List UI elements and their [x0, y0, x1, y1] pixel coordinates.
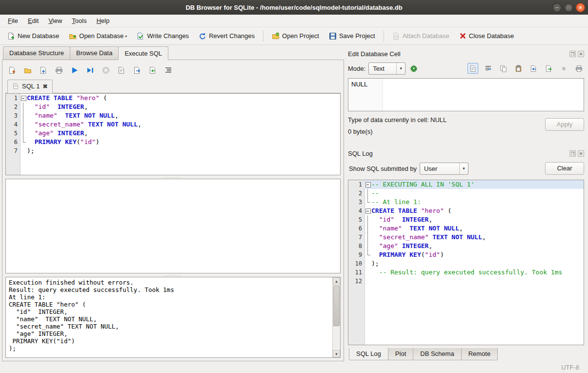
code-line: 2 "id" INTEGER,	[6, 103, 340, 111]
execute-sql-panel: SQL 1 ✖ 1CREATE TABLE "hero" (2 "id" INT…	[2, 60, 344, 361]
sql-doc-icon	[13, 83, 19, 89]
sql-doc-tab-close-icon[interactable]: ✖	[42, 83, 47, 90]
mode-combo[interactable]: Text ▼	[368, 62, 406, 75]
import-sql-icon	[149, 66, 157, 74]
close-database-label: Close Database	[469, 32, 514, 40]
cell-edit-icons	[467, 63, 584, 74]
scrollbar-track[interactable]	[333, 285, 340, 350]
print-cell-button[interactable]	[573, 63, 584, 74]
set-null-icon	[560, 65, 568, 72]
execute-current-line-button[interactable]	[84, 64, 96, 76]
open-project-button[interactable]: Open Project	[267, 30, 324, 42]
menu-file[interactable]: File	[3, 15, 23, 26]
import-sql-button[interactable]	[147, 64, 159, 76]
new-database-button[interactable]: New Database	[3, 30, 63, 42]
execution-log[interactable]: Execution finished without errors. Resul…	[5, 277, 341, 358]
menu-view[interactable]: View	[43, 15, 67, 26]
execution-log-scrollbar[interactable]: ▲ ▼	[332, 277, 340, 357]
word-wrap-button[interactable]	[483, 63, 493, 74]
toolbar-separator	[263, 31, 264, 41]
code-line: 7);	[6, 146, 340, 155]
status-bar: UTF-8	[0, 361, 588, 373]
edit-cell-header: Edit Database Cell ❐ ✕	[348, 48, 584, 60]
mode-combo-value: Text	[369, 65, 388, 72]
write-changes-button[interactable]: Write Changes	[132, 30, 193, 42]
save-sql-file-button[interactable]	[38, 64, 49, 76]
tab-database-structure[interactable]: Database Structure	[3, 46, 70, 60]
encoding-indicator[interactable]: UTF-8	[561, 364, 579, 371]
open-sql-file-icon	[24, 66, 32, 74]
menu-edit[interactable]: Edit	[23, 15, 43, 26]
paste-cell-button[interactable]	[513, 63, 524, 74]
menu-help[interactable]: Help	[92, 15, 115, 26]
minimize-icon[interactable]: ─	[552, 3, 562, 12]
bottom-tab-bar: SQL Log Plot DB Schema Remote	[348, 348, 584, 361]
revert-changes-button[interactable]: Revert Changes	[194, 30, 259, 42]
open-database-button[interactable]: Open Database ▾	[64, 30, 131, 42]
code-line: 12	[348, 277, 584, 286]
scroll-down-icon[interactable]: ▼	[333, 350, 340, 357]
attach-database-button: Attach Database	[388, 30, 454, 42]
sql-log-controls: Show SQL submitted by User ▼ Clear	[348, 161, 584, 176]
revert-changes-icon	[199, 32, 206, 40]
set-null-button[interactable]	[558, 63, 569, 74]
import-cell-button[interactable]	[528, 63, 539, 74]
execution-log-text: Execution finished without errors. Resul…	[6, 277, 340, 353]
float-dock-icon[interactable]: ❐	[569, 51, 576, 57]
title-bar[interactable]: DB Browser for SQLite - /home/user/code/…	[0, 0, 588, 15]
splitter-handle[interactable]: ·······	[5, 273, 341, 277]
new-database-icon	[7, 32, 15, 40]
format-sql-button[interactable]	[162, 64, 174, 76]
code-line: 5 "id" INTEGER,	[348, 215, 584, 224]
open-database-dropdown-icon[interactable]: ▾	[125, 34, 127, 40]
save-project-label: Save Project	[339, 32, 375, 40]
sql-doc-tab[interactable]: SQL 1 ✖	[7, 80, 53, 93]
scroll-up-icon[interactable]: ▲	[333, 277, 340, 285]
save-project-button[interactable]: Save Project	[324, 30, 380, 42]
paste-icon	[515, 65, 522, 72]
menu-tools[interactable]: Tools	[67, 15, 91, 26]
import-data-button[interactable]	[408, 63, 419, 74]
tab-sql-log[interactable]: SQL Log	[349, 348, 388, 360]
open-project-label: Open Project	[282, 32, 319, 40]
close-dock-icon[interactable]: ✕	[578, 51, 584, 57]
maximize-icon[interactable]: □	[564, 3, 573, 12]
chevron-down-icon: ▼	[459, 163, 468, 174]
tab-db-schema[interactable]: DB Schema	[413, 348, 461, 360]
close-database-button[interactable]: Close Database	[455, 30, 519, 42]
tab-browse-data[interactable]: Browse Data	[70, 46, 119, 60]
import-cell-icon	[530, 65, 537, 72]
tab-execute-sql[interactable]: Execute SQL	[118, 46, 168, 60]
save-project-icon	[329, 32, 337, 40]
scrollbar-thumb[interactable]	[333, 286, 340, 326]
sql-log-editor[interactable]: 1-- EXECUTING ALL IN 'SQL 1'2--3-- At li…	[348, 180, 584, 345]
tab-plot[interactable]: Plot	[388, 348, 413, 360]
execute-all-button[interactable]	[69, 64, 81, 76]
left-pane: Database Structure Browse Data Execute S…	[0, 45, 344, 361]
sql-editor[interactable]: 1CREATE TABLE "hero" (2 "id" INTEGER,3 "…	[5, 93, 341, 175]
float-dock-icon[interactable]: ❐	[569, 150, 576, 157]
submitted-by-combo[interactable]: User ▼	[420, 163, 468, 175]
copy-cell-button[interactable]	[498, 63, 508, 74]
clear-log-button[interactable]: Clear	[545, 162, 584, 175]
tab-remote[interactable]: Remote	[461, 348, 498, 360]
save-results-button[interactable]	[131, 64, 143, 76]
results-grid[interactable]	[5, 179, 341, 273]
export-cell-button[interactable]	[543, 63, 554, 74]
close-dock-icon[interactable]: ✕	[578, 150, 584, 157]
stop-icon	[102, 66, 110, 74]
export-results-button[interactable]	[116, 64, 127, 76]
main-tab-bar: Database Structure Browse Data Execute S…	[2, 46, 344, 60]
open-sql-file-button[interactable]	[22, 64, 34, 76]
code-line: 6 "name" TEXT NOT NULL,	[348, 224, 584, 233]
cell-value-editor[interactable]: NULL	[348, 78, 584, 111]
print-sql-button[interactable]	[53, 64, 65, 76]
edit-cell-toolbar: Mode: Text ▼	[348, 61, 584, 76]
splitter-handle[interactable]: ·······	[5, 175, 341, 179]
text-view-button[interactable]	[467, 63, 478, 74]
close-icon[interactable]: ✕	[576, 3, 585, 12]
code-line: 11 -- Result: query executed successfull…	[348, 268, 584, 277]
toolbar-separator	[384, 31, 384, 41]
new-sql-tab-button[interactable]	[6, 64, 18, 76]
cell-info: Type of data currently in cell: NULL 0 b…	[348, 116, 584, 143]
